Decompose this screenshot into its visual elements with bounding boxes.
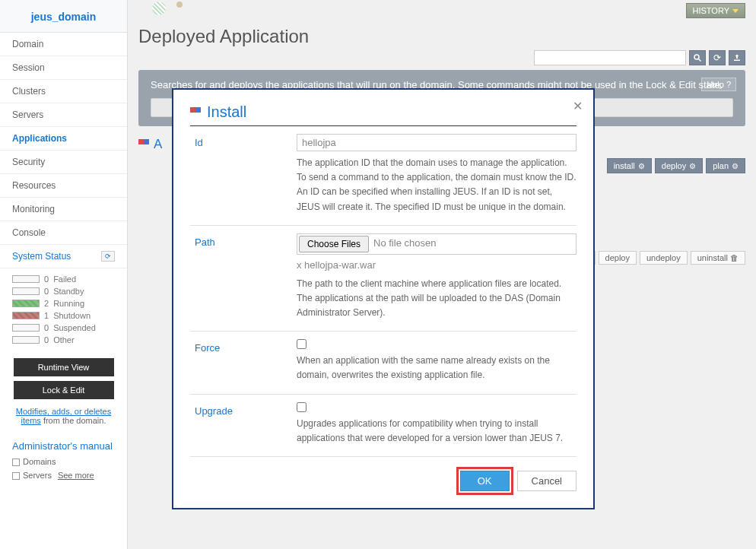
close-icon[interactable]: ✕ [573,99,583,113]
no-file-text: No file chosen [370,236,436,252]
id-desc: The application ID that the domain uses … [297,156,577,214]
ok-button[interactable]: OK [460,471,510,491]
modal-title: Install [190,103,577,121]
id-input[interactable] [297,134,577,151]
choose-files-button[interactable]: Choose Files [299,236,369,252]
force-label: Force [190,339,297,383]
path-desc: The path to the client machine where app… [297,277,577,321]
cancel-button[interactable]: Cancel [517,471,577,491]
upgrade-checkbox[interactable] [297,402,307,412]
install-modal: ✕ Install Id The application ID that the… [172,88,595,509]
section-icon [190,107,201,118]
id-label: Id [190,134,297,214]
path-label: Path [190,233,297,320]
upgrade-label: Upgrade [190,402,297,446]
selected-file[interactable]: x hellojpa-war.war [297,258,577,274]
upgrade-desc: Upgrades applications for compatibility … [297,417,577,446]
force-checkbox[interactable] [297,339,307,349]
force-desc: When an application with the same name a… [297,354,577,382]
